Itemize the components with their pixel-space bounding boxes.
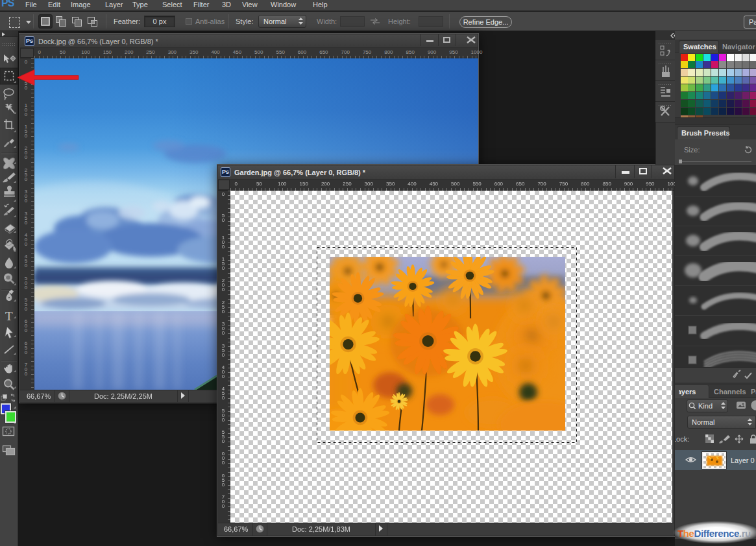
svg-text:T: T — [5, 309, 13, 323]
